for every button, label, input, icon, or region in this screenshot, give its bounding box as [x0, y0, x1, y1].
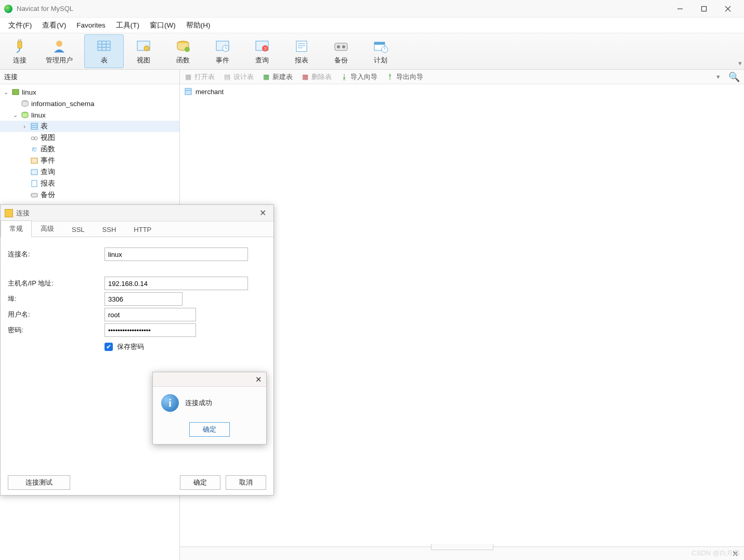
ok-button[interactable]: 确定: [180, 475, 220, 490]
tree-views[interactable]: 视图: [0, 132, 179, 144]
sb-delete[interactable]: ▦删除表: [301, 72, 332, 82]
tab-ssh[interactable]: SSH: [94, 222, 125, 237]
tree-db[interactable]: ⌄ linux: [0, 109, 179, 121]
test-connection-button[interactable]: 连接测试: [8, 475, 70, 490]
menu-help[interactable]: 帮助(H): [181, 19, 216, 32]
expand-icon[interactable]: ⌄: [2, 89, 9, 96]
sb-export[interactable]: ⭱导出向导: [386, 72, 423, 82]
sb-design[interactable]: ▤设计表: [223, 72, 254, 82]
username-input[interactable]: [105, 308, 196, 321]
tb-backup-label: 备份: [334, 56, 348, 65]
tb-query[interactable]: ? 查询: [242, 34, 282, 68]
menu-tools[interactable]: 工具(T): [111, 19, 145, 32]
tape-small-icon: [30, 191, 38, 199]
tb-connect-label: 连接: [13, 56, 27, 65]
tree-tables[interactable]: › 表: [0, 121, 179, 132]
database-green-icon: [21, 111, 29, 119]
tree-events[interactable]: 事件: [0, 155, 179, 166]
view-icon: [134, 38, 153, 55]
tree-events-label: 事件: [41, 156, 55, 165]
svg-point-41: [31, 137, 34, 140]
window-title: Navicat for MySQL: [17, 5, 668, 12]
tb-users-label: 管理用户: [46, 56, 73, 65]
menu-file[interactable]: 文件(F): [3, 19, 37, 32]
password-input[interactable]: [105, 323, 196, 337]
host-input[interactable]: [105, 277, 248, 290]
svg-rect-45: [31, 170, 37, 175]
delete-table-icon: ▦: [301, 73, 309, 81]
tree-db-label: linux: [31, 111, 46, 119]
svg-rect-44: [31, 158, 37, 163]
user-label: 用户名:: [8, 310, 105, 319]
tab-advanced[interactable]: 高级: [32, 220, 63, 237]
svg-point-14: [144, 46, 149, 51]
sb-import[interactable]: ⭳导入向导: [340, 72, 377, 82]
tb-event[interactable]: 事件: [203, 34, 242, 68]
menu-fav[interactable]: Favorites: [71, 19, 111, 31]
search-icon[interactable]: 🔍: [728, 71, 740, 83]
tb-connect[interactable]: 连接: [0, 34, 40, 68]
close-button[interactable]: [716, 0, 740, 18]
sb-overflow[interactable]: ▾: [716, 73, 720, 81]
expand-icon[interactable]: ›: [21, 123, 28, 129]
glasses-icon: [30, 134, 38, 142]
table-subtoolbar: ▦打开表 ▤设计表 ▦新建表 ▦删除表 ⭳导入向导 ⭱导出向导 ▾ 🔍: [180, 70, 744, 84]
tab-http[interactable]: HTTP: [125, 222, 160, 237]
table-row[interactable]: merchant: [184, 86, 740, 97]
sidebar-header: 连接: [0, 70, 179, 84]
menubar: 文件(F) 查看(V) Favorites 工具(T) 窗口(W) 帮助(H): [0, 18, 744, 33]
dialog-titlebar[interactable]: 连接 ✕: [1, 205, 273, 222]
panel-gripper[interactable]: [431, 544, 493, 550]
tree-infoschema[interactable]: information_schema: [0, 98, 179, 109]
msgbox-text: 连接成功: [185, 398, 212, 408]
report-small-icon: [30, 179, 38, 188]
svg-rect-48: [185, 88, 191, 95]
maximize-button[interactable]: [692, 0, 716, 18]
msgbox-titlebar[interactable]: ✕: [153, 372, 266, 387]
tb-schedule[interactable]: 计划: [361, 34, 400, 68]
dialog-footer: 连接测试 确定 取消: [1, 475, 273, 490]
cancel-button[interactable]: 取消: [226, 475, 266, 490]
tree-queries-label: 查询: [41, 167, 55, 177]
svg-rect-1: [702, 6, 707, 11]
tb-func[interactable]: 函数: [163, 34, 203, 68]
plug-icon: [10, 38, 29, 55]
svg-rect-28: [335, 43, 347, 50]
tb-view[interactable]: 视图: [124, 34, 163, 68]
port-input[interactable]: [105, 292, 182, 306]
connection-name-input[interactable]: [105, 248, 248, 261]
svg-point-7: [56, 41, 62, 47]
menu-view[interactable]: 查看(V): [37, 19, 71, 32]
tree-queries[interactable]: 查询: [0, 166, 179, 178]
toolbar-overflow-icon[interactable]: ▾: [736, 34, 744, 68]
tb-report[interactable]: 报表: [282, 34, 321, 68]
port-label: 埠:: [8, 294, 105, 304]
tree-reports[interactable]: 报表: [0, 178, 179, 189]
menu-window[interactable]: 窗口(W): [145, 19, 181, 32]
msgbox-ok-button[interactable]: 确定: [189, 422, 230, 437]
tb-table[interactable]: 表: [84, 34, 124, 68]
watermark: CSDN @白月寒: [691, 549, 740, 558]
table-icon: [95, 38, 113, 55]
dialog-close-icon[interactable]: ✕: [256, 208, 269, 218]
tab-ssl[interactable]: SSL: [63, 222, 94, 237]
calendar-clock-icon: [371, 38, 390, 55]
fx-icon: f(): [30, 145, 38, 153]
tab-general[interactable]: 常规: [1, 220, 32, 237]
main-toolbar: 连接 管理用户 表 视图 函数 事件 ? 查询 报表 备份 计划 ▾: [0, 33, 744, 70]
titlebar: Navicat for MySQL: [0, 0, 744, 18]
tree-funcs[interactable]: f()函数: [0, 144, 179, 155]
tb-backup[interactable]: 备份: [321, 34, 361, 68]
minimize-button[interactable]: [668, 0, 692, 18]
tb-users[interactable]: 管理用户: [40, 34, 79, 68]
expand-icon[interactable]: ⌄: [11, 112, 19, 119]
event-small-icon: [30, 157, 38, 165]
sb-open[interactable]: ▦打开表: [184, 72, 215, 82]
tree-connection[interactable]: ⌄ linux: [0, 86, 179, 98]
tree-tables-label: 表: [41, 122, 48, 131]
host-label: 主机名/IP 地址:: [8, 279, 105, 288]
msgbox-close-icon[interactable]: ✕: [255, 375, 262, 384]
sb-new[interactable]: ▦新建表: [262, 72, 293, 82]
save-password-checkbox[interactable]: ✔: [105, 343, 113, 351]
tree-backups[interactable]: 备份: [0, 189, 179, 201]
